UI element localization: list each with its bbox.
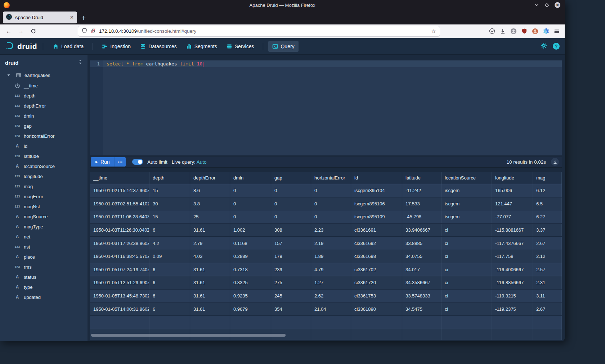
table-cell[interactable] <box>533 329 562 340</box>
table-row[interactable]: 1950-01-02T15:14:37.960Z158.6000iscgem89… <box>90 184 562 197</box>
table-cell[interactable]: 34.017 <box>402 263 442 276</box>
table-cell[interactable]: 0.7318 <box>230 263 271 276</box>
table-cell[interactable]: 2.23 <box>311 224 351 237</box>
auto-limit-toggle[interactable] <box>132 159 143 165</box>
table-cell[interactable]: 1950-01-03T17:26:38.860Z <box>90 237 149 250</box>
table-cell[interactable]: ci <box>442 290 492 302</box>
table-cell[interactable] <box>351 316 402 329</box>
table-cell[interactable]: 239 <box>271 263 311 276</box>
collapse-caret-icon[interactable] <box>5 73 12 77</box>
menu-button[interactable] <box>552 27 561 36</box>
table-cell[interactable]: 179 <box>271 250 311 263</box>
run-button[interactable]: ▶Run <box>91 157 115 167</box>
sidebar-column-dmin[interactable]: 123dmin <box>0 111 88 121</box>
table-cell[interactable]: iscgem895104 <box>351 184 402 197</box>
table-cell[interactable]: 1950-01-05T13:45:48.730Z <box>90 290 149 302</box>
table-cell[interactable]: 6.5 <box>533 197 562 210</box>
table-row[interactable]: 1950-01-03T17:26:38.860Z4.22.790.1168157… <box>90 237 562 250</box>
table-cell[interactable]: 308 <box>271 224 311 237</box>
table-cell[interactable]: 25 <box>190 210 230 223</box>
table-cell[interactable]: 275 <box>271 276 311 289</box>
table-cell[interactable]: iscgem895106 <box>351 197 402 210</box>
table-cell[interactable]: -116.8856667 <box>492 276 533 289</box>
sidebar-column-nst[interactable]: 123nst <box>0 242 88 252</box>
table-cell[interactable]: 0 <box>230 184 271 197</box>
table-cell[interactable]: 1950-01-03T11:06:28.640Z <box>90 210 149 223</box>
table-cell[interactable] <box>402 316 442 329</box>
table-cell[interactable]: -116.4006667 <box>492 263 533 276</box>
sidebar-column-magType[interactable]: AmagType <box>0 222 88 232</box>
table-cell[interactable]: 1950-01-05T14:00:31.860Z <box>90 302 149 315</box>
table-cell[interactable]: ci3361720 <box>351 276 402 289</box>
table-cell[interactable]: iscgem <box>442 184 492 197</box>
ublock-icon[interactable] <box>520 27 529 36</box>
table-cell[interactable]: 0.9679 <box>230 302 271 315</box>
table-cell[interactable]: ci3361692 <box>351 237 402 250</box>
table-cell[interactable]: 0.09 <box>149 250 190 263</box>
table-cell[interactable] <box>442 316 492 329</box>
sort-columns-icon[interactable] <box>78 59 82 66</box>
table-cell[interactable]: 245 <box>271 290 311 302</box>
table-cell[interactable] <box>149 316 190 329</box>
new-tab-button[interactable]: + <box>81 14 86 22</box>
sidebar-column-magNst[interactable]: 123magNst <box>0 201 88 211</box>
table-row[interactable]: 1950-01-05T12:51:29.690Z631.610.33252751… <box>90 276 562 290</box>
table-cell[interactable]: 6 <box>149 263 190 276</box>
table-cell[interactable] <box>311 329 351 340</box>
table-cell[interactable] <box>492 329 533 340</box>
table-cell[interactable]: 1950-01-02T15:14:37.960Z <box>90 184 149 197</box>
table-cell[interactable]: 0 <box>311 197 351 210</box>
table-cell[interactable]: ci3361753 <box>351 290 402 302</box>
sql-editor[interactable]: 1 select * from earthquakes limit 10 <box>90 60 562 155</box>
table-cell[interactable]: ci <box>442 276 492 289</box>
sidebar-column-status[interactable]: Astatus <box>0 272 88 282</box>
editor-code-area[interactable]: select * from earthquakes limit 10 <box>103 60 562 155</box>
sidebar-column-type[interactable]: Atype <box>0 282 88 292</box>
sidebar-column-horizontalError[interactable]: 123horizontalError <box>0 131 88 141</box>
table-cell[interactable]: ci <box>442 302 492 315</box>
table-cell[interactable]: 1950-01-03T11:26:30.040Z <box>90 224 149 237</box>
table-cell[interactable]: 6 <box>149 290 190 302</box>
sidebar-column-net[interactable]: Anet <box>0 232 88 242</box>
table-cell[interactable]: 34.3586667 <box>402 276 442 289</box>
table-cell[interactable]: 15 <box>149 210 190 223</box>
profile-avatar-icon[interactable] <box>531 27 539 36</box>
window-titlebar[interactable]: Apache Druid — Mozilla Firefox ✕ <box>0 0 565 10</box>
table-cell[interactable]: 17.533 <box>402 197 442 210</box>
table-cell[interactable]: 4.79 <box>311 263 351 276</box>
table-cell[interactable]: 0 <box>311 184 351 197</box>
table-cell[interactable]: 0.9235 <box>230 290 271 302</box>
table-row[interactable]: 1950-01-03T11:26:30.040Z631.611.0023082.… <box>90 224 562 237</box>
pocket-icon[interactable] <box>488 27 496 36</box>
table-cell[interactable]: 6 <box>149 276 190 289</box>
table-cell[interactable]: 157 <box>271 237 311 250</box>
table-cell[interactable]: 34.5475 <box>402 302 442 315</box>
table-cell[interactable]: 31.61 <box>190 224 230 237</box>
downloads-icon[interactable] <box>498 27 507 36</box>
table-cell[interactable] <box>351 329 402 340</box>
nav-item-query[interactable]: Query <box>268 41 298 52</box>
table-cell[interactable]: 1950-01-05T12:51:29.690Z <box>90 276 149 289</box>
sidebar-column-magError[interactable]: 123magError <box>0 191 88 201</box>
table-cell[interactable]: -119.3215 <box>492 290 533 302</box>
sidebar-column-place[interactable]: Aplace <box>0 252 88 262</box>
sidebar-column-locationSource[interactable]: AlocationSource <box>0 161 88 171</box>
browser-tab[interactable]: Apache Druid ✕ <box>3 12 77 23</box>
forward-button[interactable]: → <box>16 26 26 36</box>
help-icon[interactable]: ? <box>553 43 560 50</box>
table-cell[interactable] <box>533 316 562 329</box>
table-cell[interactable]: 33.5748333 <box>402 290 442 302</box>
header-cell-dmin[interactable]: dmin <box>230 172 271 184</box>
table-cell[interactable]: 121.447 <box>492 197 533 210</box>
sidebar-column-depthError[interactable]: 123depthError <box>0 101 88 111</box>
header-cell-longitude[interactable]: longitude <box>492 172 533 184</box>
run-more-button[interactable]: ••• <box>115 157 126 167</box>
table-cell[interactable]: 3.37 <box>533 224 562 237</box>
table-cell[interactable]: 0.3325 <box>230 276 271 289</box>
sidebar-column-rms[interactable]: 123rms <box>0 262 88 272</box>
table-cell[interactable]: 2.67 <box>533 302 562 315</box>
table-cell[interactable]: 354 <box>271 302 311 315</box>
table-cell[interactable]: 21.04 <box>311 302 351 315</box>
table-cell[interactable]: iscgem <box>442 210 492 223</box>
table-cell[interactable]: 1.89 <box>311 250 351 263</box>
